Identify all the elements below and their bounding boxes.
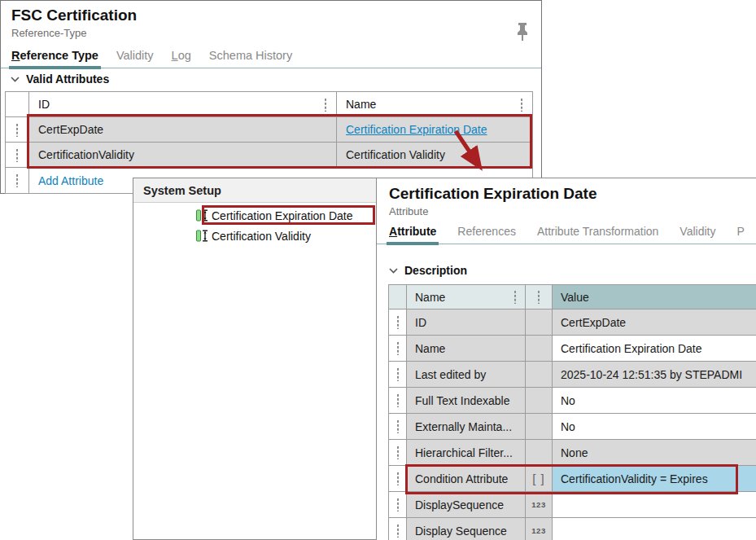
attribute-detail-panel: Certification Expiration Date Attribute … (376, 178, 756, 540)
tab-schema-history[interactable]: Schema History (209, 49, 292, 68)
value-cell[interactable]: CertExpDate (553, 310, 756, 335)
table-row-displaysequence[interactable]: DisplaySequence 123 (389, 492, 756, 518)
column-menu-icon[interactable] (513, 290, 517, 304)
table-header-row: ID Name (6, 92, 532, 117)
value-cell[interactable]: CertificationValidity = Expires (553, 466, 756, 491)
number-type-icon: 123 (531, 526, 545, 535)
column-menu-icon[interactable] (324, 98, 327, 112)
chevron-down-icon (11, 77, 20, 82)
table-row-name[interactable]: Name Certification Expiration Date (389, 336, 756, 362)
description-table: Name Value ID CertExpDate Name Certifica… (388, 284, 756, 540)
column-header-id[interactable]: ID (29, 92, 337, 116)
attribute-id-cell: CertificationValidity (29, 143, 337, 167)
row-drag-handle[interactable] (6, 117, 29, 142)
row-drag-handle[interactable] (389, 492, 407, 517)
tab-log[interactable]: Log (172, 49, 191, 68)
table-row[interactable]: CertExpDate Certification Expiration Dat… (6, 117, 532, 143)
attribute-icon (195, 229, 209, 243)
value-cell[interactable] (553, 492, 756, 517)
column-header-type[interactable] (526, 285, 553, 309)
chevron-down-icon (389, 268, 398, 274)
row-drag-handle[interactable] (6, 143, 29, 167)
row-drag-handle[interactable] (389, 362, 407, 387)
table-row-last-edited-by[interactable]: Last edited by 2025-10-24 12:51:35 by ST… (389, 362, 756, 388)
column-header-name[interactable]: Name (337, 92, 532, 116)
number-type-icon: 123 (531, 500, 545, 509)
table-row-externally-maintained[interactable]: Externally Mainta... No (389, 414, 756, 440)
column-menu-icon[interactable] (537, 290, 540, 304)
value-cell[interactable]: No (553, 414, 756, 439)
tree-item-certification-validity[interactable]: Certification Validity (195, 229, 311, 243)
page-title: FSC Certification (11, 7, 541, 24)
header-handle-cell (389, 285, 407, 309)
row-drag-handle[interactable] (389, 310, 407, 335)
value-cell[interactable]: Certification Expiration Date (553, 336, 756, 361)
attribute-name-cell: Certification Expiration Date (337, 117, 532, 142)
attribute-panel-tab-bar: Attribute References Attribute Transform… (377, 223, 756, 244)
table-row-hierarchical-filter[interactable]: Hierarchical Filter... None (389, 440, 756, 466)
row-drag-handle[interactable] (389, 388, 407, 413)
system-setup-header: System Setup (133, 178, 376, 203)
tab-references[interactable]: References (457, 225, 516, 244)
value-cell[interactable]: None (553, 440, 756, 465)
row-drag-handle[interactable] (389, 518, 407, 540)
page-subtitle: Reference-Type (11, 27, 541, 39)
lov-bracket-icon: [ ] (532, 472, 545, 485)
attribute-name-cell: Certification Validity (337, 143, 532, 167)
page-subtitle: Attribute (389, 205, 756, 217)
tab-reference-type[interactable]: Reference Type (11, 49, 98, 68)
row-drag-handle[interactable] (389, 414, 407, 439)
table-row-display-sequence[interactable]: Display Sequence 123 (389, 518, 756, 540)
value-cell[interactable]: No (553, 388, 756, 413)
tab-validity[interactable]: Validity (116, 49, 154, 68)
tab-attribute[interactable]: Attribute (389, 225, 436, 244)
description-section-header[interactable]: Description (389, 264, 467, 277)
column-menu-icon[interactable] (520, 98, 523, 112)
attribute-id-cell: CertExpDate (29, 117, 337, 142)
header-handle-cell (6, 92, 29, 116)
system-setup-panel: System Setup Certification Expiration Da… (133, 178, 377, 540)
page-title: Certification Expiration Date (389, 185, 756, 203)
column-header-name[interactable]: Name (407, 285, 526, 309)
tab-clipped[interactable]: P (736, 225, 744, 244)
column-header-value[interactable]: Value (553, 285, 756, 309)
reference-panel-tab-bar: Reference Type Validity Log Schema Histo… (1, 46, 541, 68)
pin-icon[interactable] (516, 23, 529, 42)
table-row-id[interactable]: ID CertExpDate (389, 310, 756, 336)
attribute-icon (195, 209, 209, 222)
table-row[interactable]: CertificationValidity Certification Vali… (6, 143, 532, 168)
table-row-full-text-indexable[interactable]: Full Text Indexable No (389, 388, 756, 414)
add-attribute-button[interactable]: Add Attribute (38, 174, 103, 187)
value-cell[interactable]: 2025-10-24 12:51:35 by STEPADMI (553, 362, 756, 387)
table-row-condition-attribute[interactable]: Condition Attribute [ ] CertificationVal… (389, 466, 756, 492)
table-header-row: Name Value (389, 285, 756, 310)
row-drag-handle[interactable] (389, 336, 407, 361)
tree-item-certification-expiration-date[interactable]: Certification Expiration Date (195, 209, 353, 222)
valid-attributes-section-header[interactable]: Valid Attributes (11, 72, 109, 86)
reference-type-panel: FSC Certification Reference-Type Referen… (0, 0, 542, 194)
tab-validity[interactable]: Validity (680, 225, 715, 244)
attribute-link[interactable]: Certification Expiration Date (346, 123, 487, 136)
value-cell[interactable] (553, 518, 756, 540)
row-drag-handle[interactable] (389, 440, 407, 465)
tab-attribute-transformation[interactable]: Attribute Transformation (537, 225, 658, 244)
row-drag-handle[interactable] (6, 168, 29, 193)
row-drag-handle[interactable] (389, 466, 407, 491)
